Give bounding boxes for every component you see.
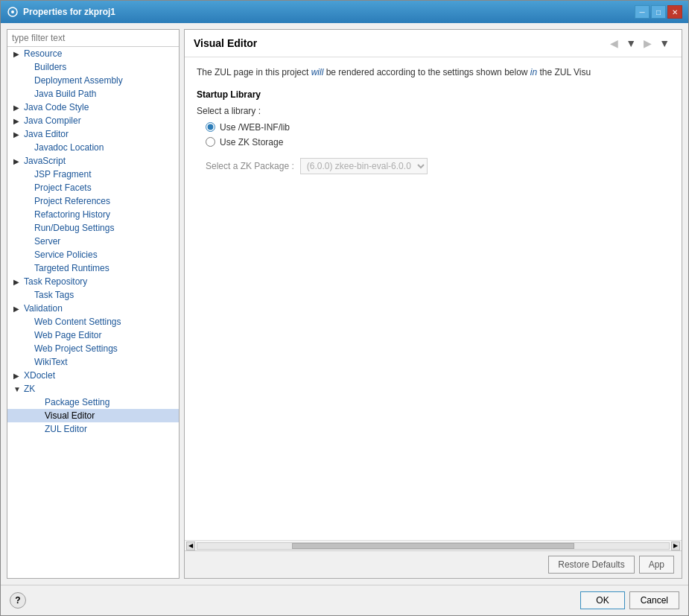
tree-item-label: Web Project Settings xyxy=(34,343,118,354)
dialog-footer: ? OK Cancel xyxy=(1,585,688,615)
tree-item-label: Deployment Assembly xyxy=(34,75,123,86)
properties-dialog: Properties for zkproj1 ─ □ ✕ ▶ResourceBu… xyxy=(0,0,689,616)
desc-highlight2: in xyxy=(530,67,537,77)
restore-defaults-button[interactable]: Restore Defaults xyxy=(548,556,634,574)
tree-item[interactable]: Java Build Path xyxy=(7,87,179,101)
tree-item-label: Java Build Path xyxy=(34,89,96,99)
help-button[interactable]: ? xyxy=(10,592,26,609)
tree-item-label: Resource xyxy=(24,48,62,59)
desc-highlight: will xyxy=(311,67,324,77)
tree-item[interactable]: Builders xyxy=(7,60,179,74)
scroll-thumb xyxy=(292,543,575,549)
filter-input[interactable] xyxy=(7,30,179,47)
tree-item-label: ZUL Editor xyxy=(45,424,87,434)
tree-item[interactable]: Web Page Editor xyxy=(7,328,179,342)
titlebar-left: Properties for zkproj1 xyxy=(7,6,115,18)
forward-dropdown-button[interactable]: ▼ xyxy=(656,36,673,51)
tree-item-label: Project Facets xyxy=(34,182,92,193)
back-button[interactable]: ◀ xyxy=(607,36,621,51)
tree-item[interactable]: Refactoring History xyxy=(7,208,179,221)
cancel-button[interactable]: Cancel xyxy=(629,591,679,609)
tree-item-label: WikiText xyxy=(34,357,68,367)
radio-webinf-label: Use /WEB-INF/lib xyxy=(220,122,290,133)
tree-item-label: ZK xyxy=(24,384,35,394)
tree-item[interactable]: ▶JavaScript xyxy=(7,154,179,168)
horizontal-scrollbar: ◀ ▶ xyxy=(185,540,682,550)
tree-item[interactable]: Targeted Runtimes xyxy=(7,261,179,275)
bottom-bar: Restore Defaults App xyxy=(185,550,682,578)
maximize-button[interactable]: □ xyxy=(651,5,666,19)
tree-item[interactable]: ZUL Editor xyxy=(7,422,179,436)
tree-item-label: Server xyxy=(34,236,60,247)
tree-item-label: Java Editor xyxy=(24,129,69,139)
tree-item-label: Refactoring History xyxy=(34,209,110,220)
tree-item-label: Visual Editor xyxy=(45,410,95,421)
tree-item[interactable]: JSP Fragment xyxy=(7,168,179,181)
radio-zk-storage-item[interactable]: Use ZK Storage xyxy=(206,137,670,147)
tree-item[interactable]: Run/Debug Settings xyxy=(7,221,179,235)
radio-group: Use /WEB-INF/lib Use ZK Storage xyxy=(206,122,670,147)
select-library-label: Select a library : xyxy=(197,106,670,116)
tree-item[interactable]: Deployment Assembly xyxy=(7,74,179,87)
tree-item-label: XDoclet xyxy=(24,370,55,381)
close-button[interactable]: ✕ xyxy=(667,5,682,19)
tree-item[interactable]: Project References xyxy=(7,194,179,208)
tree-item[interactable]: ▶Validation xyxy=(7,302,179,315)
titlebar-buttons: ─ □ ✕ xyxy=(635,5,682,19)
tree-item-label: Builders xyxy=(34,62,66,72)
tree-view: ▶ResourceBuildersDeployment AssemblyJava… xyxy=(7,47,179,578)
tree-item[interactable]: Web Project Settings xyxy=(7,342,179,355)
tree-item[interactable]: Web Content Settings xyxy=(7,315,179,328)
tree-item[interactable]: Javadoc Location xyxy=(7,141,179,154)
tree-item-label: Web Content Settings xyxy=(34,317,121,327)
scroll-left-arrow[interactable]: ◀ xyxy=(186,542,195,550)
right-panel-title: Visual Editor xyxy=(194,37,257,49)
tree-item[interactable]: Package Setting xyxy=(7,396,179,409)
tree-item-label: Project References xyxy=(34,196,110,206)
ok-button[interactable]: OK xyxy=(580,591,624,609)
tree-item[interactable]: ▶Java Code Style xyxy=(7,101,179,114)
svg-point-1 xyxy=(11,10,14,13)
radio-zk-storage-label: Use ZK Storage xyxy=(220,137,283,147)
tree-item-label: Java Code Style xyxy=(24,102,89,112)
left-panel: ▶ResourceBuildersDeployment AssemblyJava… xyxy=(7,29,180,579)
tree-item-label: Validation xyxy=(24,303,63,314)
tree-item[interactable]: Service Policies xyxy=(7,248,179,261)
scroll-right-arrow[interactable]: ▶ xyxy=(671,542,680,550)
tree-item[interactable]: Task Tags xyxy=(7,288,179,302)
right-panel: Visual Editor ◀ ▼ ▶ ▼ The ZUL page in th… xyxy=(184,29,682,579)
right-header: Visual Editor ◀ ▼ ▶ ▼ xyxy=(185,30,682,57)
apply-button[interactable]: App xyxy=(639,556,674,574)
tree-item[interactable]: ▶Java Editor xyxy=(7,127,179,141)
tree-item-label: Package Setting xyxy=(45,397,109,407)
tree-item-label: Run/Debug Settings xyxy=(34,223,114,233)
tree-item[interactable]: ▼ZK xyxy=(7,382,179,396)
main-content: ▶ResourceBuildersDeployment AssemblyJava… xyxy=(1,23,688,585)
tree-item-label: Task Repository xyxy=(24,276,87,287)
tree-item[interactable]: ▶XDoclet xyxy=(7,369,179,382)
right-body: The ZUL page in this project will be ren… xyxy=(185,57,682,540)
package-select[interactable]: (6.0.0) zkee-bin-eval-6.0.0 xyxy=(300,158,428,174)
tree-item[interactable]: Project Facets xyxy=(7,181,179,194)
scroll-track[interactable] xyxy=(197,542,670,550)
tree-item[interactable]: ▶Java Compiler xyxy=(7,114,179,127)
desc-main: The ZUL page in this project will be ren… xyxy=(197,67,591,77)
tree-item[interactable]: ▶Resource xyxy=(7,47,179,60)
radio-webinf-item[interactable]: Use /WEB-INF/lib xyxy=(206,122,670,133)
description-text: The ZUL page in this project will be ren… xyxy=(197,66,670,79)
footer-right: OK Cancel xyxy=(580,591,679,609)
radio-webinf[interactable] xyxy=(206,122,215,132)
forward-button[interactable]: ▶ xyxy=(641,36,655,51)
dialog-icon xyxy=(7,6,19,18)
tree-item[interactable]: ▶Task Repository xyxy=(7,275,179,288)
tree-item-label: Javadoc Location xyxy=(34,142,104,153)
tree-item[interactable]: Server xyxy=(7,235,179,248)
nav-buttons: ◀ ▼ ▶ ▼ xyxy=(607,36,673,51)
right-panel-inner: The ZUL page in this project will be ren… xyxy=(185,57,682,578)
radio-zk-storage[interactable] xyxy=(206,137,215,147)
tree-item[interactable]: Visual Editor xyxy=(7,409,179,422)
minimize-button[interactable]: ─ xyxy=(635,5,650,19)
back-dropdown-button[interactable]: ▼ xyxy=(623,36,639,51)
tree-item[interactable]: WikiText xyxy=(7,355,179,369)
dialog-title: Properties for zkproj1 xyxy=(23,7,115,17)
